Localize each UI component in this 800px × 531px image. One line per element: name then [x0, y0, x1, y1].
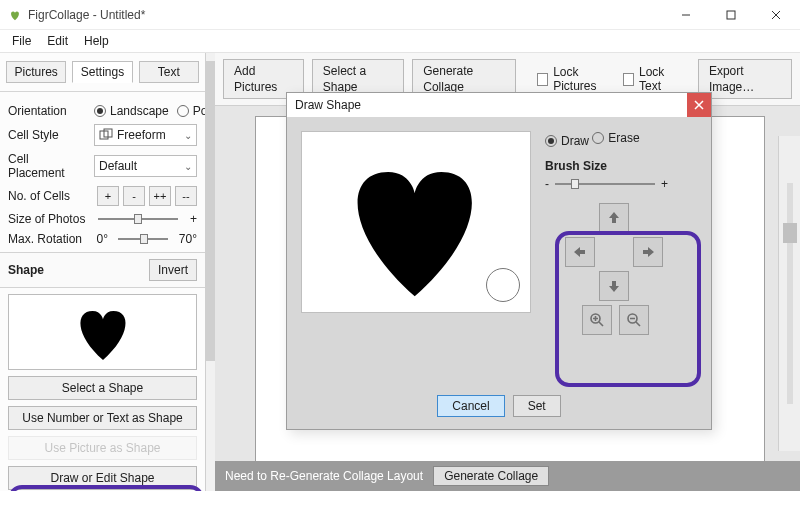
tab-pictures[interactable]: Pictures [6, 61, 66, 83]
chevron-down-icon: ⌄ [184, 130, 192, 141]
minimize-button[interactable] [663, 1, 708, 29]
pan-left-button[interactable] [565, 237, 595, 267]
menu-help[interactable]: Help [78, 32, 115, 50]
menubar: File Edit Help [0, 30, 800, 53]
svg-rect-0 [727, 11, 735, 19]
pan-down-button[interactable] [599, 271, 629, 301]
shape-section-head: Shape [8, 263, 44, 277]
cell-placement-label: Cell Placement [8, 152, 86, 180]
pan-up-button[interactable] [599, 203, 629, 233]
rot-min: 0° [96, 232, 107, 246]
draw-or-edit-shape-button[interactable]: Draw or Edit Shape [8, 466, 197, 490]
dialog-cancel-button[interactable]: Cancel [437, 395, 504, 417]
cell-style-select[interactable]: Freeform ⌄ [94, 124, 197, 146]
cells-minusminus-button[interactable]: -- [175, 186, 197, 206]
orientation-portrait-radio[interactable]: Portrait [177, 104, 206, 118]
draw-shape-dialog: Draw Shape Draw Erase Brush Size - + [286, 92, 712, 430]
dialog-title: Draw Shape [295, 98, 361, 112]
cell-style-label: Cell Style [8, 128, 86, 142]
window-title: FigrCollage - Untitled* [28, 8, 145, 22]
cells-plus-button[interactable]: + [97, 186, 119, 206]
settings-sidebar: Pictures Settings Text Orientation Lands… [0, 53, 206, 491]
tab-text[interactable]: Text [139, 61, 199, 83]
dialog-set-button[interactable]: Set [513, 395, 561, 417]
cell-placement-select[interactable]: Default ⌄ [94, 155, 197, 177]
cells-minus-button[interactable]: - [123, 186, 145, 206]
pan-right-button[interactable] [633, 237, 663, 267]
zoom-in-icon [589, 312, 605, 328]
arrow-right-icon [640, 244, 656, 260]
status-generate-button[interactable]: Generate Collage [433, 466, 549, 486]
orientation-label: Orientation [8, 104, 86, 118]
brush-minus: - [545, 177, 549, 191]
size-photos-slider[interactable] [98, 212, 178, 226]
brush-plus: + [661, 177, 668, 191]
cells-plusplus-button[interactable]: ++ [149, 186, 171, 206]
arrow-left-icon [572, 244, 588, 260]
shape-preview [8, 294, 197, 370]
size-plus: + [190, 212, 197, 226]
freeform-icon [99, 128, 113, 142]
zoom-out-icon [626, 312, 642, 328]
size-photos-label: Size of Photos [8, 212, 86, 226]
arrow-down-icon [606, 278, 622, 294]
brush-cursor-indicator [486, 268, 520, 302]
select-shape-button[interactable]: Select a Shape [8, 376, 197, 400]
statusbar: Need to Re-Generate Collage Layout Gener… [215, 461, 800, 491]
invert-button[interactable]: Invert [149, 259, 197, 281]
status-message: Need to Re-Generate Collage Layout [225, 469, 423, 483]
brush-size-label: Brush Size [545, 159, 697, 173]
pan-zoom-grid [545, 203, 685, 333]
orientation-landscape-radio[interactable]: Landscape [94, 104, 169, 118]
tab-settings[interactable]: Settings [72, 61, 132, 83]
zoom-in-button[interactable] [582, 305, 612, 335]
chevron-down-icon: ⌄ [184, 161, 192, 172]
close-icon [694, 100, 704, 110]
menu-file[interactable]: File [6, 32, 37, 50]
lock-pictures-checkbox[interactable]: Lock Pictures [537, 65, 615, 93]
brush-size-slider[interactable] [555, 177, 655, 191]
maximize-button[interactable] [708, 1, 753, 29]
erase-radio[interactable]: Erase [592, 131, 639, 145]
lock-text-checkbox[interactable]: Lock Text [623, 65, 682, 93]
dialog-shape-preview[interactable] [301, 131, 531, 313]
use-number-text-shape-button[interactable]: Use Number or Text as Shape [8, 406, 197, 430]
rot-max: 70° [179, 232, 197, 246]
dialog-close-button[interactable] [687, 93, 711, 117]
menu-edit[interactable]: Edit [41, 32, 74, 50]
max-rotation-label: Max. Rotation [8, 232, 86, 246]
no-cells-label: No. of Cells [8, 189, 86, 203]
sidebar-scrollbar[interactable] [206, 53, 215, 491]
use-picture-shape-button[interactable]: Use Picture as Shape [8, 436, 197, 460]
window-titlebar: FigrCollage - Untitled* [0, 0, 800, 30]
draw-radio[interactable]: Draw [545, 134, 589, 148]
zoom-out-button[interactable] [619, 305, 649, 335]
vertical-slider[interactable] [778, 136, 800, 451]
max-rotation-slider[interactable] [118, 232, 168, 246]
close-button[interactable] [753, 1, 798, 29]
app-icon [8, 8, 22, 22]
arrow-up-icon [606, 210, 622, 226]
